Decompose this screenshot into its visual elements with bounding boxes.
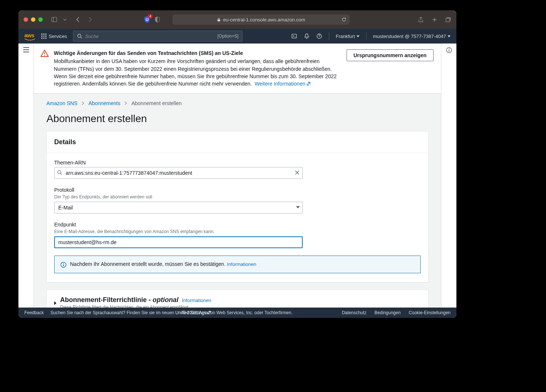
- svg-rect-4: [446, 18, 450, 22]
- svg-point-29: [63, 263, 64, 264]
- arn-label: Themen-ARN: [54, 160, 421, 166]
- account-label: musterstudent @ 7577-7387-4047: [373, 34, 446, 39]
- alert-more-link[interactable]: Weitere Informationen: [255, 81, 311, 87]
- info-text: Nachdem Ihr Abonnement erstellt wurde, m…: [70, 261, 226, 267]
- filter-panel-subtitle: Diese Richtlinie filtert die Nachrichten…: [60, 305, 211, 308]
- svg-point-32: [449, 49, 449, 49]
- chevron-right-icon: [81, 100, 85, 106]
- feedback-link[interactable]: Feedback: [24, 310, 44, 315]
- breadcrumb-current: Abonnement erstellen: [131, 100, 181, 106]
- right-help-rail: [441, 44, 456, 308]
- chevron-down-icon: [448, 35, 451, 37]
- info-icon: [60, 262, 66, 268]
- svg-line-15: [80, 37, 82, 39]
- svg-point-14: [78, 34, 81, 38]
- svg-rect-0: [52, 17, 57, 22]
- notifications-icon[interactable]: [304, 33, 310, 39]
- minimize-window[interactable]: [31, 17, 35, 22]
- clear-icon[interactable]: [295, 170, 300, 175]
- ublock-badge: 4: [148, 14, 153, 18]
- page-title: Abonnement erstellen: [46, 113, 428, 125]
- account-menu[interactable]: musterstudent @ 7577-7387-4047: [373, 34, 451, 39]
- svg-rect-12: [44, 38, 45, 39]
- hamburger-icon[interactable]: [23, 47, 29, 52]
- svg-rect-3: [218, 19, 220, 21]
- svg-rect-8: [41, 36, 42, 37]
- endpoint-hint: Eine E-Mail-Adresse, die Benachrichtigun…: [54, 229, 421, 234]
- breadcrumb-sns[interactable]: Amazon SNS: [46, 100, 77, 106]
- info-icon[interactable]: [446, 47, 452, 53]
- sidebar-toggle-icon[interactable]: [51, 16, 58, 23]
- warning-icon: [41, 49, 49, 87]
- svg-point-17: [317, 34, 321, 38]
- breadcrumb: Amazon SNS Abonnements Abonnement erstel…: [46, 100, 428, 106]
- details-heading: Details: [47, 132, 428, 153]
- region-selector[interactable]: Frankfurt: [336, 34, 359, 39]
- svg-rect-13: [45, 38, 46, 39]
- filter-panel-info-link[interactable]: Informationen: [182, 298, 211, 303]
- chevron-down-icon: [296, 206, 300, 208]
- region-label: Frankfurt: [336, 34, 355, 39]
- protocol-hint: Der Typ des Endpunkts, der abonniert wer…: [54, 194, 421, 200]
- confirm-info-banner: Nachdem Ihr Abonnement erstellt wurde, m…: [54, 256, 421, 273]
- nav-back-icon[interactable]: [75, 17, 81, 22]
- chevron-down-icon: [357, 35, 359, 37]
- window-controls: [24, 17, 43, 22]
- url-bar[interactable]: eu-central-1.console.aws.amazon.com: [173, 14, 349, 25]
- endpoint-label: Endpunkt: [54, 222, 421, 228]
- alert-title: Wichtige Änderungen für das Senden von T…: [54, 49, 341, 57]
- details-panel: Details Themen-ARN Protokoll: [46, 131, 428, 282]
- new-tab-icon[interactable]: [431, 17, 438, 23]
- protocol-select[interactable]: E-Mail: [54, 202, 303, 214]
- expand-icon[interactable]: [54, 301, 56, 305]
- reload-icon[interactable]: [341, 17, 347, 22]
- footer-copyright: © 2022, Amazon Web Services, Inc. oder T…: [182, 310, 293, 315]
- browser-titlebar: U 4 eu-central-1.console.aws.amazon.com: [18, 10, 456, 29]
- svg-rect-5: [41, 34, 42, 35]
- svg-rect-11: [41, 38, 42, 39]
- svg-rect-7: [45, 34, 46, 35]
- chevron-down-icon[interactable]: [63, 17, 67, 22]
- svg-rect-10: [45, 36, 46, 37]
- tabs-overview-icon[interactable]: [445, 17, 451, 23]
- aws-search-input[interactable]: Suche [Option+S]: [73, 31, 243, 42]
- cloudshell-icon[interactable]: [291, 33, 297, 39]
- left-nav-rail: [18, 44, 34, 308]
- lock-icon: [217, 18, 221, 22]
- aws-footer: Feedback Suchen Sie nach der Sprachauswa…: [18, 308, 456, 318]
- filter-panel-title: Abonnement-Filterrichtlinie - optional: [60, 296, 180, 303]
- filter-policy-panel: Abonnement-Filterrichtlinie - optional I…: [46, 290, 428, 308]
- share-icon[interactable]: [418, 17, 424, 23]
- svg-line-24: [60, 174, 62, 175]
- aws-navbar: aws Services Suche [Option+S] Frankfurt …: [18, 29, 456, 44]
- search-placeholder: Suche: [85, 34, 99, 39]
- ublock-extension-icon[interactable]: U 4: [143, 15, 151, 24]
- warning-alert: Wichtige Änderungen für das Senden von T…: [34, 44, 441, 94]
- svg-rect-6: [44, 34, 45, 35]
- svg-rect-9: [44, 36, 45, 37]
- search-shortcut: [Option+S]: [218, 34, 239, 39]
- protocol-label: Protokoll: [54, 187, 421, 193]
- url-text: eu-central-1.console.aws.amazon.com: [223, 17, 305, 22]
- show-origination-numbers-button[interactable]: Ursprungsnummern anzeigen: [347, 49, 434, 61]
- nav-forward-icon[interactable]: [87, 17, 93, 22]
- breadcrumb-subscriptions[interactable]: Abonnements: [88, 100, 120, 106]
- endpoint-input[interactable]: [54, 236, 303, 248]
- footer-cookies-link[interactable]: Cookie-Einstellungen: [409, 310, 451, 315]
- services-label: Services: [49, 34, 67, 39]
- help-icon[interactable]: [316, 33, 322, 39]
- info-banner-link[interactable]: Informationen: [227, 261, 257, 267]
- privacy-shield-icon[interactable]: [154, 16, 161, 23]
- footer-terms-link[interactable]: Bedingungen: [375, 310, 401, 315]
- topic-arn-input[interactable]: [54, 167, 303, 179]
- search-icon: [77, 34, 82, 39]
- grid-icon: [41, 34, 46, 39]
- maximize-window[interactable]: [38, 17, 43, 22]
- svg-point-22: [44, 55, 45, 56]
- protocol-value: E-Mail: [58, 205, 73, 211]
- chevron-right-icon: [124, 100, 128, 106]
- services-menu-button[interactable]: Services: [41, 34, 67, 39]
- close-window[interactable]: [24, 17, 28, 22]
- aws-logo[interactable]: aws: [24, 32, 35, 41]
- footer-privacy-link[interactable]: Datenschutz: [342, 310, 366, 315]
